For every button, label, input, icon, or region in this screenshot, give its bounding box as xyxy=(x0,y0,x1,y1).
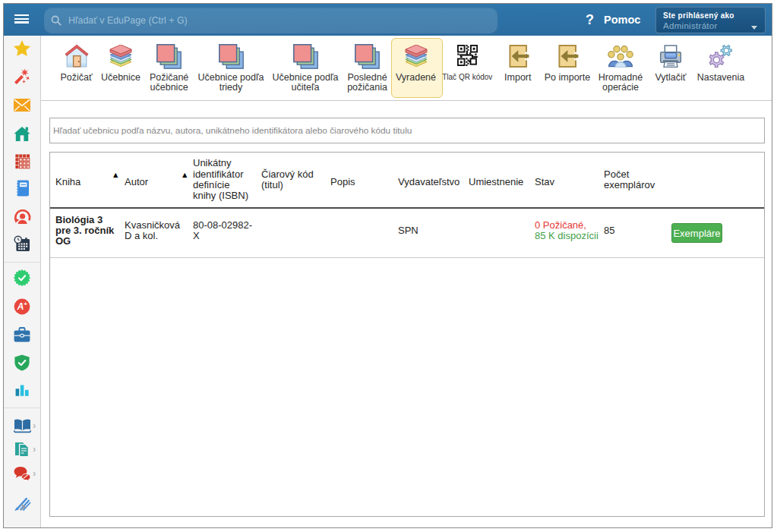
svg-text:A: A xyxy=(17,301,24,312)
svg-text:+: + xyxy=(24,301,27,307)
